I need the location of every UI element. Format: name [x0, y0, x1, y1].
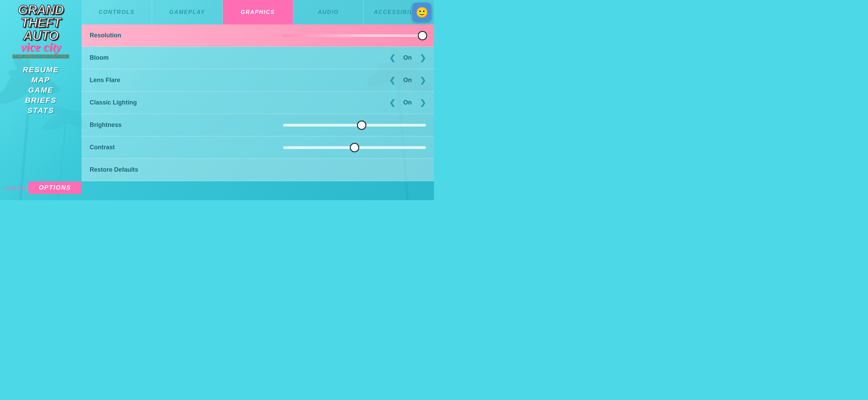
resolution-slider-container[interactable]: [283, 34, 426, 37]
options-button[interactable]: OPTIONS: [28, 182, 82, 194]
resolution-row: Resolution: [82, 24, 434, 47]
lens-flare-toggle: ❮ On ❯: [372, 76, 426, 85]
logo-text: Grand Theft Auto vice city The Definitiv…: [3, 3, 78, 59]
classic-lighting-row: Classic Lighting ❮ On ❯: [82, 92, 434, 114]
tab-controls[interactable]: Controls: [82, 0, 152, 24]
settings-panel: Resolution Bloom ❮ On ❯ Lens Flare ❮ On …: [82, 24, 434, 181]
brightness-slider-container[interactable]: [283, 124, 426, 127]
sidebar-item-map[interactable]: Map: [32, 76, 50, 84]
main-panel: 🙂 Controls Gameplay Graphics Audio Acces…: [82, 0, 434, 200]
tab-audio[interactable]: Audio: [293, 0, 364, 24]
sidebar-item-briefs[interactable]: Briefs: [25, 96, 57, 105]
sidebar: Grand Theft Auto vice city The Definitiv…: [0, 0, 82, 200]
tab-bar: Controls Gameplay Graphics Audio Accessi…: [82, 0, 434, 24]
brightness-label: Brightness: [90, 121, 283, 129]
restore-defaults-row[interactable]: Restore Defaults: [82, 159, 434, 181]
classic-lighting-label: Classic Lighting: [90, 99, 372, 106]
resolution-track[interactable]: [283, 34, 426, 37]
tab-graphics[interactable]: Graphics: [223, 0, 293, 24]
resolution-label: Resolution: [90, 32, 283, 39]
contrast-track[interactable]: [283, 146, 426, 149]
lens-flare-value: On: [401, 77, 414, 84]
bloom-left-arrow[interactable]: ❮: [389, 54, 395, 62]
resolution-thumb[interactable]: [418, 31, 427, 40]
contrast-slider-container[interactable]: [283, 146, 426, 149]
lens-flare-left-arrow[interactable]: ❮: [389, 76, 395, 85]
logo-vice-city: vice city: [3, 41, 78, 53]
logo-theft: Theft: [3, 16, 78, 29]
contrast-row: Contrast: [82, 136, 434, 159]
brightness-thumb[interactable]: [357, 120, 366, 130]
classic-lighting-right-arrow[interactable]: ❯: [420, 98, 426, 107]
bloom-label: Bloom: [90, 54, 372, 61]
finder-icon[interactable]: 🙂: [412, 3, 431, 22]
sidebar-item-stats[interactable]: Stats: [28, 106, 54, 115]
bloom-value: On: [401, 54, 414, 61]
sidebar-item-game[interactable]: Game: [28, 86, 53, 95]
classic-lighting-value: On: [401, 99, 414, 106]
classic-lighting-left-arrow[interactable]: ❮: [389, 98, 395, 107]
restore-defaults-label: Restore Defaults: [90, 166, 138, 173]
logo-edition: The Definitive Edition: [12, 54, 69, 59]
bloom-row: Bloom ❮ On ❯: [82, 47, 434, 69]
game-logo: Grand Theft Auto vice city The Definitiv…: [3, 3, 78, 59]
lens-flare-label: Lens Flare: [90, 77, 372, 84]
toucharcade-brand: toucharcade: [3, 186, 25, 190]
bloom-toggle: ❮ On ❯: [372, 54, 426, 62]
lens-flare-row: Lens Flare ❮ On ❯: [82, 69, 434, 92]
classic-lighting-toggle: ❮ On ❯: [372, 98, 426, 107]
nav-menu: Resume Map Game Briefs Stats: [0, 65, 82, 115]
brightness-track[interactable]: [283, 124, 426, 127]
contrast-label: Contrast: [90, 144, 283, 151]
bloom-right-arrow[interactable]: ❯: [420, 54, 426, 62]
brightness-row: Brightness: [82, 114, 434, 136]
contrast-thumb[interactable]: [350, 143, 359, 152]
lens-flare-right-arrow[interactable]: ❯: [420, 76, 426, 85]
tab-gameplay[interactable]: Gameplay: [152, 0, 223, 24]
sidebar-item-resume[interactable]: Resume: [23, 65, 59, 74]
logo-grand: Grand: [3, 3, 78, 16]
options-footer: toucharcade OPTIONS: [3, 182, 82, 194]
